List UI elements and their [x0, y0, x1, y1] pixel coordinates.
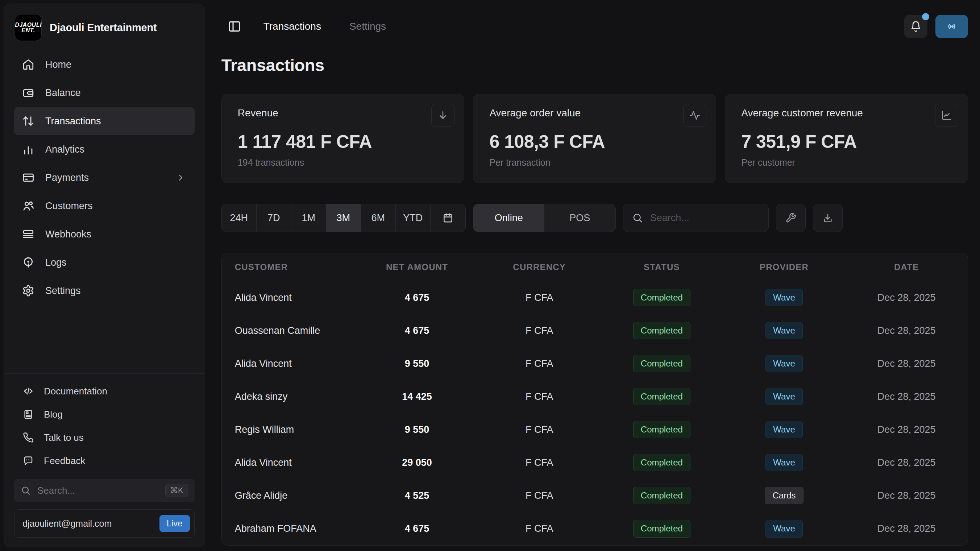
stat-value: 7 351,9 F CFA — [741, 131, 952, 152]
live-mode-button[interactable] — [935, 15, 968, 38]
sidebar-search-input[interactable] — [37, 485, 159, 497]
channel-online[interactable]: Online — [473, 204, 544, 232]
sidebar-item-feedback[interactable]: Feedback — [14, 449, 195, 472]
cell-currency: F CFA — [478, 424, 601, 435]
cell-net-amount: 14 425 — [356, 391, 479, 402]
table-row[interactable]: Alida Vincent 29 050 F CFA Completed Wav… — [222, 446, 968, 479]
stat-card-average-customer-revenue: Average customer revenue 7 351,9 F CFA P… — [725, 94, 968, 183]
sidebar-item-home[interactable]: Home — [14, 50, 195, 79]
sidebar-item-webhooks[interactable]: Webhooks — [14, 220, 195, 248]
sidebar-item-documentation[interactable]: Documentation — [14, 379, 195, 403]
transactions-search[interactable] — [623, 204, 769, 232]
cell-date: Dec 28, 2025 — [845, 325, 968, 336]
tab-settings[interactable]: Settings — [349, 21, 386, 32]
cell-currency: F CFA — [478, 457, 601, 468]
settings-tool-button[interactable] — [776, 204, 806, 232]
sidebar-item-settings[interactable]: Settings — [14, 277, 195, 305]
channel-pos[interactable]: POS — [544, 204, 616, 232]
range-6m[interactable]: 6M — [361, 204, 396, 232]
sidebar-spacer — [4, 305, 205, 373]
range-1m[interactable]: 1M — [291, 204, 326, 232]
sidebar-item-logs[interactable]: Logs — [14, 248, 195, 277]
range-7d[interactable]: 7D — [256, 204, 291, 232]
sidebar-item-customers[interactable]: Customers — [14, 192, 195, 220]
sidebar-item-blog[interactable]: Blog — [14, 403, 195, 426]
chat-bubble-icon — [23, 455, 34, 466]
provider-badge: Wave — [765, 289, 802, 307]
range-ytd[interactable]: YTD — [396, 204, 431, 232]
table-row[interactable]: Alida Vincent 9 550 F CFA Completed Wave… — [222, 347, 968, 380]
status-badge: Completed — [633, 355, 690, 373]
column-header-net-amount: NET AMOUNT — [356, 262, 479, 272]
cell-customer: Abraham FOFANA — [222, 523, 356, 534]
sidebar-item-transactions[interactable]: Transactions — [14, 107, 195, 135]
stat-subtitle: 194 transactions — [238, 157, 448, 168]
sidebar-item-label: Feedback — [44, 455, 85, 467]
cell-date: Dec 28, 2025 — [845, 424, 968, 435]
date-range-segmented-control: 24H 7D 1M 3M 6M YTD — [221, 204, 466, 232]
status-badge: Completed — [633, 388, 690, 406]
wrench-icon — [785, 212, 796, 223]
sidebar-item-label: Transactions — [45, 116, 101, 127]
cell-customer: Alida Vincent — [222, 358, 356, 369]
stat-card-action-button[interactable] — [683, 104, 706, 127]
column-header-customer: CUSTOMER — [222, 262, 356, 272]
table-row[interactable]: Ouassenan Camille 4 675 F CFA Completed … — [222, 314, 968, 347]
search-icon — [21, 486, 31, 495]
range-24h[interactable]: 24H — [222, 204, 256, 232]
sidebar-item-payments[interactable]: Payments — [14, 164, 195, 192]
cell-date: Dec 28, 2025 — [845, 523, 968, 534]
sidebar-item-talk-to-us[interactable]: Talk to us — [14, 426, 195, 449]
cell-customer: Alida Vincent — [222, 292, 356, 303]
custom-date-range-button[interactable] — [431, 204, 465, 232]
stat-value: 1 117 481 F CFA — [238, 131, 448, 152]
table-row[interactable]: Grâce Alidje 4 525 F CFA Completed Cards… — [222, 479, 968, 512]
bar-chart-icon — [22, 143, 35, 156]
range-3m[interactable]: 3M — [326, 204, 361, 232]
live-badge[interactable]: Live — [159, 515, 190, 532]
stat-card-average-order-value: Average order value 6 108,3 F CFA Per tr… — [473, 94, 716, 183]
provider-badge: Wave — [765, 388, 802, 406]
cell-currency: F CFA — [478, 292, 601, 303]
sidebar-item-analytics[interactable]: Analytics — [14, 135, 195, 164]
search-icon — [632, 212, 643, 223]
cell-customer: Grâce Alidje — [222, 490, 356, 501]
sidebar-search[interactable]: ⌘K — [14, 479, 195, 502]
table-header: CUSTOMER NET AMOUNT CURRENCY STATUS PROV… — [222, 253, 968, 281]
cell-net-amount: 4 675 — [356, 292, 479, 303]
column-header-provider: PROVIDER — [723, 262, 846, 272]
arrows-up-down-icon — [22, 115, 35, 127]
table-row[interactable]: Abraham FOFANA 4 675 F CFA Completed Wav… — [222, 512, 968, 545]
cell-date: Dec 28, 2025 — [845, 358, 968, 369]
status-badge: Completed — [633, 454, 690, 471]
table-row[interactable]: Regis William 9 550 F CFA Completed Wave… — [222, 413, 968, 446]
transactions-search-input[interactable] — [649, 212, 760, 224]
sidebar-item-label: Talk to us — [44, 432, 84, 443]
bell-icon — [910, 21, 922, 32]
cell-customer: Regis William — [222, 424, 356, 435]
sidebar-nav: Home Balance Transactions Analytics Paym… — [4, 49, 205, 305]
provider-badge: Wave — [765, 454, 802, 471]
stat-subtitle: Per transaction — [489, 157, 700, 168]
stat-value: 6 108,3 F CFA — [489, 131, 700, 152]
status-badge: Completed — [633, 289, 690, 307]
topbar-actions — [904, 15, 968, 38]
download-icon — [822, 212, 833, 223]
cell-customer: Adeka sinzy — [222, 391, 356, 402]
cell-date: Dec 28, 2025 — [845, 457, 968, 468]
stat-card-action-button[interactable] — [431, 104, 455, 127]
export-button[interactable] — [813, 204, 843, 232]
sidebar-item-balance[interactable]: Balance — [14, 79, 195, 107]
status-badge: Completed — [633, 520, 690, 538]
status-badge: Completed — [633, 322, 690, 340]
table-row[interactable]: Alida Vincent 4 675 F CFA Completed Wave… — [222, 281, 968, 314]
table-row[interactable]: Adeka sinzy 14 425 F CFA Completed Wave … — [222, 380, 968, 413]
sidebar-toggle-button[interactable] — [226, 19, 242, 34]
account-switcher[interactable]: djaoulient@gmail.com Live — [14, 509, 195, 538]
stat-card-action-button[interactable] — [935, 104, 958, 127]
tab-transactions[interactable]: Transactions — [264, 21, 321, 32]
topbar: Transactions Settings — [221, 14, 968, 38]
notifications-button[interactable] — [904, 15, 928, 38]
cell-net-amount: 29 050 — [356, 457, 479, 468]
panel-left-icon — [228, 19, 241, 33]
